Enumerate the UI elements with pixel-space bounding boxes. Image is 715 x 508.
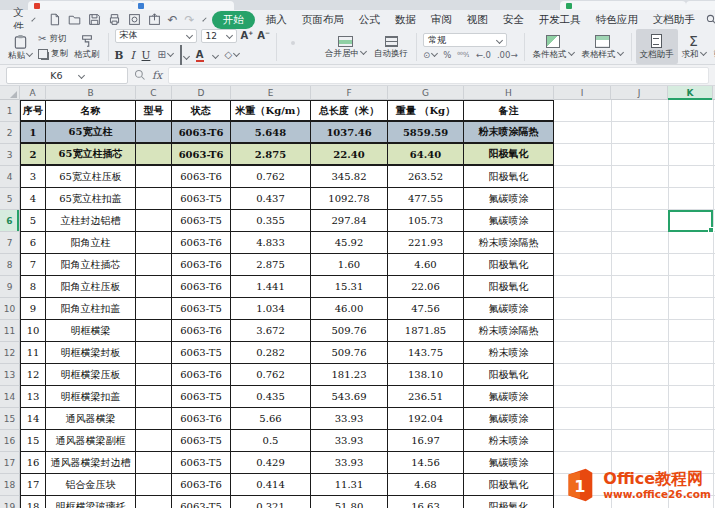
cell[interactable]: [136, 342, 172, 364]
cell[interactable]: 阳极氧化: [464, 144, 554, 166]
font-color-button[interactable]: A: [196, 49, 204, 62]
save-icon[interactable]: [88, 12, 101, 28]
paste-button[interactable]: 粘贴: [4, 29, 36, 64]
tab-review[interactable]: 审阅: [427, 12, 456, 28]
header-cell[interactable]: 序号: [20, 100, 46, 122]
align-middle-button[interactable]: [291, 41, 295, 45]
cell[interactable]: 1871.85: [388, 320, 464, 342]
cell[interactable]: 明框横梁压板: [46, 364, 136, 386]
column-header-C[interactable]: C: [136, 86, 172, 100]
cell[interactable]: 氟碳喷涂: [464, 408, 554, 430]
cell[interactable]: 7: [20, 254, 46, 276]
print-preview-icon[interactable]: [128, 12, 141, 28]
cell[interactable]: 65宽立柱插芯: [46, 144, 136, 166]
column-header-A[interactable]: A: [20, 86, 46, 100]
cell[interactable]: [136, 474, 172, 496]
cell[interactable]: 通风器横梁: [46, 408, 136, 430]
cell[interactable]: 16.63: [388, 496, 464, 508]
tab-formulas[interactable]: 公式: [355, 12, 384, 28]
cell[interactable]: 6063-T6: [172, 276, 231, 298]
column-header-K[interactable]: K: [668, 86, 713, 100]
row-header-8[interactable]: 8: [0, 254, 20, 276]
currency-button[interactable]: ⊙: [423, 50, 437, 60]
cell[interactable]: 5859.59: [388, 122, 464, 144]
distribute-button[interactable]: [315, 48, 319, 52]
tab-doc-assistant[interactable]: 文档助手: [649, 12, 699, 28]
cell[interactable]: 46.00: [311, 298, 388, 320]
font-size-select[interactable]: 12: [201, 29, 237, 43]
cell[interactable]: 阳角立柱: [46, 232, 136, 254]
cell[interactable]: 6: [20, 232, 46, 254]
conditional-format-button[interactable]: 条件格式: [529, 29, 578, 64]
cell[interactable]: [136, 496, 172, 508]
cell[interactable]: 192.04: [388, 408, 464, 430]
row-header-2[interactable]: 2: [0, 122, 20, 144]
cell[interactable]: 0.321: [231, 496, 311, 508]
tab-developer[interactable]: 开发工具: [535, 12, 585, 28]
cell[interactable]: 6063-T6: [172, 144, 231, 166]
cell[interactable]: [136, 232, 172, 254]
font-name-select[interactable]: 宋体: [115, 29, 197, 43]
cell[interactable]: 阳角立柱插芯: [46, 254, 136, 276]
cell[interactable]: 509.76: [311, 342, 388, 364]
column-header-E[interactable]: E: [231, 86, 311, 100]
merge-center-button[interactable]: 合并居中: [321, 29, 370, 64]
column-header-I[interactable]: I: [554, 86, 611, 100]
cell[interactable]: 1.441: [231, 276, 311, 298]
cell[interactable]: 铝合金压块: [46, 474, 136, 496]
cell[interactable]: 33.93: [311, 452, 388, 474]
number-format-select[interactable]: 常规: [423, 33, 507, 47]
format-painter-button[interactable]: 格式刷: [70, 29, 104, 64]
cell[interactable]: 13: [20, 386, 46, 408]
cell[interactable]: [136, 188, 172, 210]
cell[interactable]: 氟碳喷涂: [464, 452, 554, 474]
cell[interactable]: 65宽立柱: [46, 122, 136, 144]
cell[interactable]: 3.672: [231, 320, 311, 342]
cell[interactable]: [136, 364, 172, 386]
cell[interactable]: 543.69: [311, 386, 388, 408]
cell[interactable]: 33.93: [311, 408, 388, 430]
selected-cell-K6[interactable]: [668, 210, 713, 232]
increase-indent-button[interactable]: [315, 41, 319, 45]
cell[interactable]: 6063-T6: [172, 364, 231, 386]
cell[interactable]: 阳极氧化: [464, 364, 554, 386]
tab-view[interactable]: 视图: [463, 12, 492, 28]
empty-grid-area[interactable]: [554, 100, 715, 508]
cell[interactable]: 6063-T5: [172, 342, 231, 364]
row-header-16[interactable]: 16: [0, 430, 20, 452]
row-header-3[interactable]: 3: [0, 144, 20, 166]
cell[interactable]: 0.437: [231, 188, 311, 210]
row-header-19[interactable]: 19: [0, 496, 20, 508]
cell[interactable]: 明框横梁玻璃托: [46, 496, 136, 508]
undo-icon[interactable]: ↶: [168, 14, 178, 26]
cell[interactable]: 6063-T6: [172, 166, 231, 188]
row-header-13[interactable]: 13: [0, 364, 20, 386]
sum-button[interactable]: Σ 求和: [678, 29, 710, 64]
tab-page-layout[interactable]: 页面布局: [298, 12, 348, 28]
row-header-5[interactable]: 5: [0, 188, 20, 210]
cell[interactable]: 1092.78: [311, 188, 388, 210]
column-header-B[interactable]: B: [46, 86, 136, 100]
cell[interactable]: 221.93: [388, 232, 464, 254]
cell[interactable]: 4.833: [231, 232, 311, 254]
cell[interactable]: 6063-T6: [172, 474, 231, 496]
cell[interactable]: 47.56: [388, 298, 464, 320]
cell[interactable]: 138.10: [388, 364, 464, 386]
cell[interactable]: [136, 320, 172, 342]
cell[interactable]: 粉末喷涂隔热: [464, 232, 554, 254]
new-file-icon[interactable]: [48, 12, 61, 28]
doc-assistant-button[interactable]: 文档助手: [636, 29, 678, 64]
column-header-D[interactable]: D: [172, 86, 231, 100]
filter-button[interactable]: 筛选: [710, 29, 715, 64]
row-header-1[interactable]: 1: [0, 100, 20, 122]
cell[interactable]: 6063-T5: [172, 188, 231, 210]
row-header-10[interactable]: 10: [0, 298, 20, 320]
cell[interactable]: 6063-T5: [172, 452, 231, 474]
cell[interactable]: 6063-T5: [172, 386, 231, 408]
cell[interactable]: 5: [20, 210, 46, 232]
cell[interactable]: 明框横梁扣盖: [46, 386, 136, 408]
document-tab[interactable]: [560, 1, 686, 10]
cell[interactable]: [136, 430, 172, 452]
comma-style-button[interactable]: ⁰⁰⁰⁄₁: [457, 51, 469, 59]
header-cell[interactable]: 重量 （Kg）: [388, 100, 464, 122]
